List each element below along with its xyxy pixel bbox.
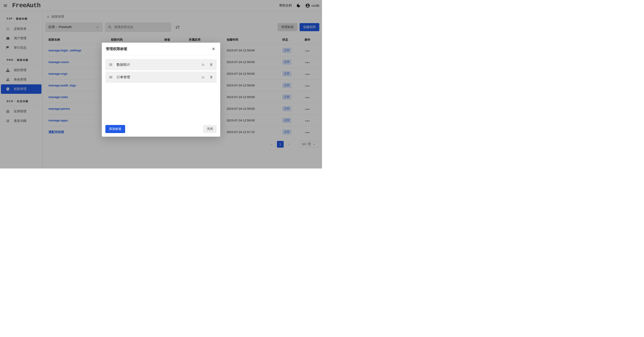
close-icon <box>212 47 216 51</box>
tag-label: 数据统计 <box>116 63 197 67</box>
dialog-close-button[interactable] <box>211 46 216 52</box>
dialog-close-footer-button[interactable]: 关闭 <box>203 125 216 133</box>
add-tag-button[interactable]: 添加标签 <box>106 125 125 133</box>
tag-row: 数据统计 <box>106 59 216 70</box>
tag-label: 订单管理 <box>116 75 197 79</box>
tag-row: 订单管理 <box>106 72 216 83</box>
edit-tag-button[interactable] <box>201 75 206 79</box>
edit-tag-button[interactable] <box>201 62 206 67</box>
dialog-title: 管理权限标签 <box>106 47 127 51</box>
delete-tag-button[interactable] <box>209 62 214 67</box>
drag-handle-icon[interactable] <box>108 75 113 79</box>
delete-tag-button[interactable] <box>209 75 214 79</box>
modal-overlay[interactable]: 管理权限标签 数据统计 订单管理 添加标签 关闭 <box>0 0 322 169</box>
manage-tags-dialog: 管理权限标签 数据统计 订单管理 添加标签 关闭 <box>102 43 220 137</box>
drag-handle-icon[interactable] <box>108 62 113 67</box>
